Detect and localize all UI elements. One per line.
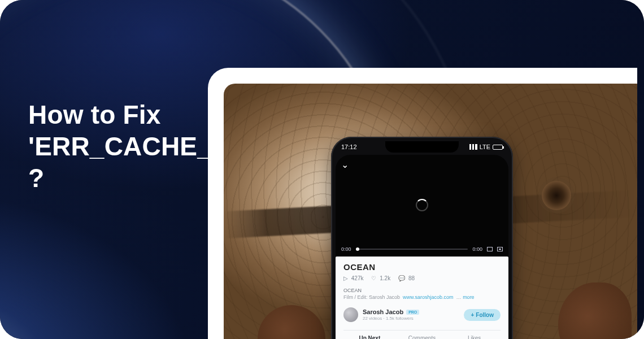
tab-comments[interactable]: Comments bbox=[396, 331, 449, 339]
meta-title: OCEAN bbox=[343, 287, 501, 294]
fullscreen-icon[interactable] bbox=[497, 247, 503, 251]
pro-badge: PRO bbox=[406, 310, 419, 315]
video-player[interactable]: ⌄ 0:00 0:00 bbox=[336, 155, 508, 257]
stat-comments[interactable]: 💬 88 bbox=[398, 275, 415, 281]
follow-label: Follow bbox=[476, 312, 494, 318]
signal-icon bbox=[469, 144, 477, 150]
photo-wood-phone: 17:12 LTE ⌄ 0:00 0:00 bbox=[224, 84, 637, 339]
chevron-down-icon[interactable]: ⌄ bbox=[341, 159, 349, 170]
loading-spinner-icon bbox=[416, 199, 428, 211]
video-meta: OCEAN Film / Edit: Sarosh Jacob www.saro… bbox=[343, 287, 501, 301]
plus-icon: + bbox=[471, 312, 474, 318]
battery-icon bbox=[493, 145, 503, 150]
time-total: 0:00 bbox=[472, 246, 482, 252]
phone-frame: 17:12 LTE ⌄ 0:00 0:00 bbox=[331, 137, 513, 339]
phone-statusbar: 17:12 LTE bbox=[341, 142, 503, 151]
photo-card: 17:12 LTE ⌄ 0:00 0:00 bbox=[208, 68, 637, 339]
channel-sub: 22 videos · 1.5k followers bbox=[363, 316, 459, 321]
status-time: 17:12 bbox=[341, 144, 357, 150]
channel-name[interactable]: Sarosh Jacob bbox=[363, 308, 403, 315]
tab-upnext[interactable]: Up Next bbox=[343, 331, 396, 339]
meta-more[interactable]: more bbox=[463, 294, 475, 300]
stat-likes[interactable]: ♡ 1.2k bbox=[371, 275, 390, 281]
wood-knot bbox=[542, 181, 571, 210]
stat-plays: ▷ 427k bbox=[343, 275, 363, 281]
tabs: Up Next Comments Likes bbox=[343, 330, 501, 339]
video-info-panel: OCEAN ▷ 427k ♡ 1.2k 💬 88 OCEAN Film / Ed… bbox=[336, 257, 508, 339]
status-network: LTE bbox=[480, 144, 490, 150]
meta-credit: Film / Edit: Sarosh Jacob bbox=[343, 294, 400, 300]
time-current: 0:00 bbox=[341, 246, 351, 252]
video-title: OCEAN bbox=[343, 262, 501, 272]
follow-button[interactable]: + Follow bbox=[464, 309, 501, 321]
meta-link[interactable]: www.saroshjacob.com bbox=[403, 294, 454, 300]
tab-likes[interactable]: Likes bbox=[448, 331, 501, 339]
avatar[interactable] bbox=[343, 307, 358, 322]
headline-title: How to Fix 'ERR_CACHE_MISS' ? bbox=[28, 99, 215, 194]
progress-bar[interactable] bbox=[356, 249, 468, 250]
cast-icon[interactable] bbox=[487, 247, 493, 251]
